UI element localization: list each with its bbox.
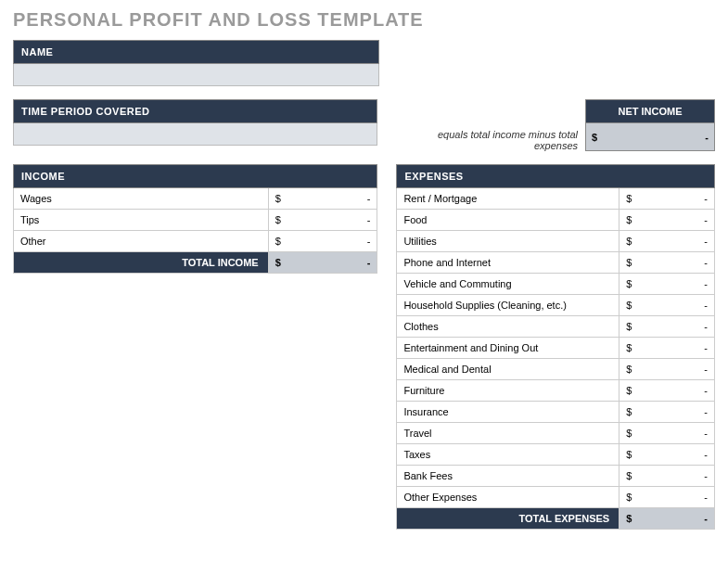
income-table: INCOME Wages$-Tips$-Other$- TOTAL INCOME… bbox=[13, 164, 377, 274]
expenses-row-label[interactable]: Household Supplies (Cleaning, etc.) bbox=[397, 295, 619, 316]
expenses-row-amount: - bbox=[704, 342, 708, 353]
expenses-row-amount: - bbox=[704, 278, 708, 289]
expenses-row-amount: - bbox=[704, 470, 708, 481]
expenses-row-value[interactable]: $- bbox=[619, 210, 715, 231]
table-row: Furniture$- bbox=[397, 380, 715, 402]
expenses-row-value[interactable]: $- bbox=[619, 316, 715, 338]
expenses-row-symbol: $ bbox=[626, 257, 632, 268]
table-row: Other Expenses$- bbox=[397, 487, 715, 508]
expenses-row-amount: - bbox=[704, 406, 708, 417]
expenses-row-symbol: $ bbox=[626, 385, 632, 396]
table-row: Clothes$- bbox=[397, 316, 715, 338]
expenses-row-amount: - bbox=[704, 257, 708, 268]
expenses-row-amount: - bbox=[704, 364, 708, 375]
expenses-row-symbol: $ bbox=[626, 364, 632, 375]
net-income-value: $ - bbox=[585, 123, 715, 151]
table-row: Taxes$- bbox=[397, 444, 715, 466]
expenses-header: EXPENSES bbox=[397, 165, 715, 188]
expenses-row-symbol: $ bbox=[626, 449, 632, 460]
expenses-row-value[interactable]: $- bbox=[619, 380, 715, 402]
income-total-value: $ - bbox=[268, 252, 377, 274]
income-header: INCOME bbox=[14, 165, 377, 188]
income-row-label[interactable]: Tips bbox=[14, 210, 269, 231]
expenses-row-symbol: $ bbox=[626, 428, 632, 439]
expenses-total-label: TOTAL EXPENSES bbox=[397, 508, 619, 530]
income-row-value[interactable]: $- bbox=[268, 188, 377, 210]
expenses-row-label[interactable]: Taxes bbox=[397, 444, 619, 466]
expenses-row-label[interactable]: Travel bbox=[397, 423, 619, 444]
expenses-row-value[interactable]: $- bbox=[619, 338, 715, 359]
expenses-row-label[interactable]: Vehicle and Commuting bbox=[397, 274, 619, 295]
expenses-row-label[interactable]: Rent / Mortgage bbox=[397, 188, 619, 210]
expenses-row-symbol: $ bbox=[626, 214, 632, 225]
table-row: Rent / Mortgage$- bbox=[397, 188, 715, 210]
expenses-row-value[interactable]: $- bbox=[619, 359, 715, 380]
expenses-row-label[interactable]: Medical and Dental bbox=[397, 359, 619, 380]
table-row: Vehicle and Commuting$- bbox=[397, 274, 715, 295]
net-income-note: equals total income minus total expenses bbox=[396, 123, 585, 151]
table-row: Utilities$- bbox=[397, 231, 715, 252]
expenses-row-symbol: $ bbox=[626, 193, 632, 204]
expenses-row-value[interactable]: $- bbox=[619, 274, 715, 295]
name-input[interactable] bbox=[13, 64, 379, 86]
time-period-input[interactable] bbox=[13, 123, 377, 146]
table-row: Household Supplies (Cleaning, etc.)$- bbox=[397, 295, 715, 316]
expenses-row-symbol: $ bbox=[626, 406, 632, 417]
income-total-amount: - bbox=[367, 257, 371, 268]
expenses-row-amount: - bbox=[704, 300, 708, 311]
expenses-row-symbol: $ bbox=[626, 278, 632, 289]
expenses-row-symbol: $ bbox=[626, 342, 632, 353]
expenses-table: EXPENSES Rent / Mortgage$-Food$-Utilitie… bbox=[396, 164, 715, 530]
income-row-value[interactable]: $- bbox=[268, 231, 377, 252]
expenses-row-value[interactable]: $- bbox=[619, 231, 715, 252]
expenses-row-label[interactable]: Furniture bbox=[397, 380, 619, 402]
expenses-row-amount: - bbox=[704, 321, 708, 332]
expenses-row-amount: - bbox=[704, 214, 708, 225]
table-row: Travel$- bbox=[397, 423, 715, 444]
table-row: Entertainment and Dining Out$- bbox=[397, 338, 715, 359]
income-row-symbol: $ bbox=[275, 236, 281, 247]
expenses-total-symbol: $ bbox=[626, 513, 632, 524]
expenses-row-amount: - bbox=[704, 385, 708, 396]
expenses-row-value[interactable]: $- bbox=[619, 295, 715, 316]
table-row: Tips$- bbox=[14, 210, 377, 231]
expenses-row-label[interactable]: Food bbox=[397, 210, 619, 231]
expenses-row-label[interactable]: Other Expenses bbox=[397, 487, 619, 508]
expenses-row-value[interactable]: $- bbox=[619, 487, 715, 508]
income-row-symbol: $ bbox=[275, 193, 281, 204]
income-row-label[interactable]: Other bbox=[14, 231, 269, 252]
expenses-row-value[interactable]: $- bbox=[619, 466, 715, 487]
expenses-row-label[interactable]: Utilities bbox=[397, 231, 619, 252]
income-row-symbol: $ bbox=[275, 214, 281, 225]
expenses-row-value[interactable]: $- bbox=[619, 252, 715, 274]
expenses-row-symbol: $ bbox=[626, 321, 632, 332]
income-row-value[interactable]: $- bbox=[268, 210, 377, 231]
income-row-amount: - bbox=[367, 214, 371, 225]
expenses-row-value[interactable]: $- bbox=[619, 444, 715, 466]
table-row: Phone and Internet$- bbox=[397, 252, 715, 274]
expenses-row-symbol: $ bbox=[626, 492, 632, 503]
expenses-row-label[interactable]: Entertainment and Dining Out bbox=[397, 338, 619, 359]
expenses-row-value[interactable]: $- bbox=[619, 423, 715, 444]
expenses-total-amount: - bbox=[704, 513, 708, 524]
expenses-total-value: $ - bbox=[619, 508, 715, 530]
table-row: Food$- bbox=[397, 210, 715, 231]
expenses-row-symbol: $ bbox=[626, 300, 632, 311]
expenses-row-amount: - bbox=[704, 428, 708, 439]
table-row: Insurance$- bbox=[397, 402, 715, 423]
expenses-row-symbol: $ bbox=[626, 470, 632, 481]
page-title: PERSONAL PROFIT AND LOSS TEMPLATE bbox=[13, 9, 715, 31]
expenses-row-amount: - bbox=[704, 236, 708, 247]
expenses-row-amount: - bbox=[704, 193, 708, 204]
income-row-label[interactable]: Wages bbox=[14, 188, 269, 210]
expenses-row-value[interactable]: $- bbox=[619, 402, 715, 423]
expenses-row-label[interactable]: Insurance bbox=[397, 402, 619, 423]
time-period-header: TIME PERIOD COVERED bbox=[13, 99, 377, 123]
expenses-row-label[interactable]: Clothes bbox=[397, 316, 619, 338]
expenses-row-label[interactable]: Bank Fees bbox=[397, 466, 619, 487]
expenses-row-amount: - bbox=[704, 492, 708, 503]
expenses-row-amount: - bbox=[704, 449, 708, 460]
expenses-row-value[interactable]: $- bbox=[619, 188, 715, 210]
income-total-symbol: $ bbox=[275, 257, 281, 268]
expenses-row-label[interactable]: Phone and Internet bbox=[397, 252, 619, 274]
